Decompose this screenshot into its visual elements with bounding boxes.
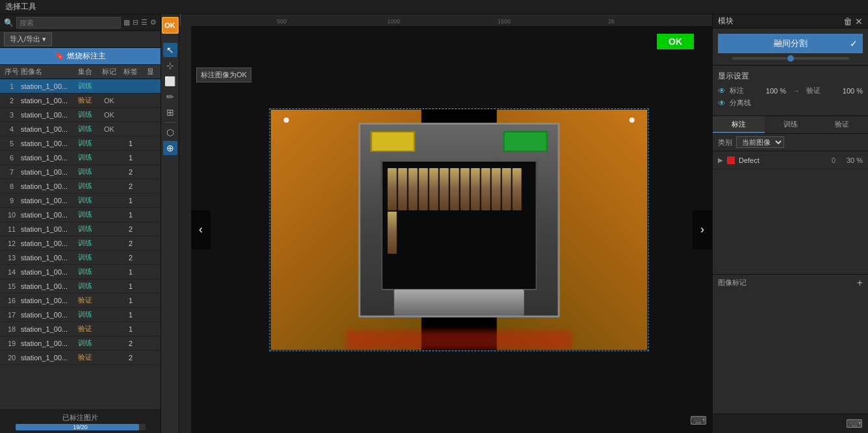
display-row-mark: 👁 标注 100 % → 验证 100 % bbox=[718, 86, 863, 95]
right-delete-button[interactable]: 🗑 bbox=[843, 16, 852, 27]
th-set: 集合 bbox=[71, 67, 99, 77]
table-row[interactable]: 10 station_1_00... 训练 1 bbox=[0, 208, 160, 222]
label-bar[interactable]: 🔖 燃烧标注主 bbox=[0, 48, 160, 65]
table-row[interactable]: 11 station_1_00... 训练 2 bbox=[0, 222, 160, 236]
td-set: 训练 bbox=[71, 253, 99, 262]
pointer-tool-button[interactable]: ⊹ bbox=[163, 58, 177, 73]
pin-13 bbox=[513, 168, 522, 210]
td-img: station_1_00... bbox=[21, 354, 71, 362]
class-item-defect[interactable]: ▶ Defect 0 30 % bbox=[713, 151, 868, 169]
table-row[interactable]: 1 station_1_00... 训练 bbox=[0, 79, 160, 93]
table-row[interactable]: 16 station_1_00... 验证 1 bbox=[0, 293, 160, 308]
td-label: 1 bbox=[119, 140, 142, 147]
td-set: 验证 bbox=[71, 324, 99, 334]
image-container bbox=[271, 110, 648, 350]
right-spacer bbox=[713, 291, 868, 414]
right-add-button[interactable]: ✕ bbox=[855, 16, 863, 27]
table-row[interactable]: 13 station_1_00... 训练 2 bbox=[0, 251, 160, 265]
import-export-button[interactable]: 导入/导出 ▾ bbox=[4, 32, 52, 46]
td-label: 1 bbox=[119, 154, 142, 162]
tab-validate[interactable]: 验证 bbox=[816, 116, 868, 133]
tab-yellow-left bbox=[371, 131, 415, 152]
image-marks-add-button[interactable]: + bbox=[857, 277, 863, 289]
table-row[interactable]: 8 station_1_00... 训练 2 bbox=[0, 179, 160, 193]
right-panel: 模块 🗑 ✕ 融间分割 ✓ 显示设置 👁 标注 100 bbox=[712, 14, 868, 433]
pin-6 bbox=[440, 168, 449, 210]
table-row[interactable]: 4 station_1_00... 训练 OK bbox=[0, 122, 160, 136]
td-set: 训练 bbox=[71, 181, 99, 191]
ruler-line-0 bbox=[180, 14, 181, 26]
pin-9 bbox=[471, 168, 480, 210]
fusion-check-icon: ✓ bbox=[850, 38, 858, 49]
display-row-split: 👁 分离线 bbox=[718, 98, 863, 108]
ruler-mark-1000: 1000 bbox=[387, 18, 400, 25]
fusion-button[interactable]: 融间分割 ✓ bbox=[718, 34, 863, 53]
td-seq: 20 bbox=[3, 354, 21, 362]
table-row[interactable]: 7 station_1_00... 训练 2 bbox=[0, 165, 160, 179]
table-row[interactable]: 2 station_1_00... 验证 OK bbox=[0, 93, 160, 108]
eye-icon-mark: 👁 bbox=[718, 86, 726, 95]
table-row[interactable]: 18 station_1_00... 验证 1 bbox=[0, 322, 160, 336]
td-img: station_1_00... bbox=[21, 111, 71, 119]
pin-3 bbox=[409, 168, 418, 210]
pin-1 bbox=[388, 168, 397, 210]
nav-next-button[interactable]: › bbox=[693, 210, 712, 249]
td-label: 1 bbox=[119, 211, 142, 219]
polygon-tool-button[interactable]: ⬡ bbox=[163, 125, 177, 140]
nav-prev-button[interactable]: ‹ bbox=[191, 210, 211, 249]
table-row[interactable]: 12 station_1_00... 训练 2 bbox=[0, 236, 160, 251]
table-row[interactable]: 14 station_1_00... 训练 1 bbox=[0, 265, 160, 279]
td-set: 训练 bbox=[71, 210, 99, 219]
table-row[interactable]: 9 station_1_00... 训练 1 bbox=[0, 193, 160, 208]
td-seq: 13 bbox=[3, 254, 21, 262]
corner-dot-tl bbox=[284, 118, 289, 123]
vertical-ruler bbox=[179, 26, 191, 433]
table-row[interactable]: 20 station_1_00... 验证 2 bbox=[0, 351, 160, 365]
table-row[interactable]: 19 station_1_00... 训练 2 bbox=[0, 336, 160, 351]
td-seq: 9 bbox=[3, 197, 21, 204]
table-row[interactable]: 15 station_1_00... 训练 1 bbox=[0, 279, 160, 293]
canvas-viewport[interactable]: OK bbox=[191, 26, 712, 433]
table-row[interactable]: 3 station_1_00... 训练 OK bbox=[0, 108, 160, 122]
td-set: 训练 bbox=[71, 153, 99, 162]
fusion-slider-track[interactable] bbox=[732, 57, 849, 60]
td-mark: OK bbox=[99, 111, 119, 119]
table-row[interactable]: 17 station_1_00... 训练 1 bbox=[0, 308, 160, 322]
td-set: 训练 bbox=[71, 281, 99, 291]
expand-icon: ▶ bbox=[718, 156, 723, 164]
th-mark: 标记 bbox=[99, 67, 119, 77]
th-img: 图像名 bbox=[21, 67, 71, 77]
left-footer: 已标注图片 19/20 bbox=[0, 410, 160, 433]
grid-tool-button[interactable]: ⊞ bbox=[163, 105, 177, 119]
keyboard-icon: ⌨ bbox=[690, 414, 707, 428]
main-layout: 🔍 ▦ ⊟ ☰ ⚙ 导入/导出 ▾ 🔖 燃烧标注主 序号 图像名 集合 标记 标… bbox=[0, 14, 868, 433]
class-name-defect: Defect bbox=[739, 156, 828, 164]
td-set: 验证 bbox=[71, 295, 99, 305]
td-label: 2 bbox=[119, 182, 142, 190]
tab-train[interactable]: 训练 bbox=[765, 116, 817, 133]
ok-button[interactable]: OK bbox=[162, 17, 179, 34]
tab-green-right bbox=[504, 131, 548, 152]
rect-tool-button[interactable]: ⬜ bbox=[163, 74, 177, 88]
td-label: 2 bbox=[119, 225, 142, 233]
select-tool-button[interactable]: ↖ bbox=[163, 43, 177, 57]
filter-icon: ⊟ bbox=[133, 18, 138, 27]
category-label: 类别 bbox=[718, 138, 732, 147]
right-bottom: ⌨ bbox=[713, 414, 868, 433]
pencil-tool-button[interactable]: ✏ bbox=[163, 90, 177, 104]
move-tool-button[interactable]: ⊕ bbox=[163, 141, 177, 155]
tab-annotate[interactable]: 标注 bbox=[713, 116, 765, 133]
td-label: 1 bbox=[119, 268, 142, 276]
td-img: station_1_00... bbox=[21, 311, 71, 319]
table-row[interactable]: 6 station_1_00... 训练 1 bbox=[0, 151, 160, 165]
image-marks-section: 图像标记 + bbox=[713, 274, 868, 291]
td-mark: OK bbox=[99, 97, 119, 105]
table-row[interactable]: 5 station_1_00... 训练 1 bbox=[0, 136, 160, 151]
td-set: 训练 bbox=[71, 224, 99, 234]
td-img: station_1_00... bbox=[21, 268, 71, 276]
annotated-label: 已标注图片 bbox=[62, 413, 98, 423]
display-title: 显示设置 bbox=[718, 71, 863, 82]
category-select[interactable]: 当前图像 bbox=[736, 136, 784, 148]
search-input[interactable] bbox=[16, 17, 121, 29]
td-seq: 4 bbox=[3, 125, 21, 133]
